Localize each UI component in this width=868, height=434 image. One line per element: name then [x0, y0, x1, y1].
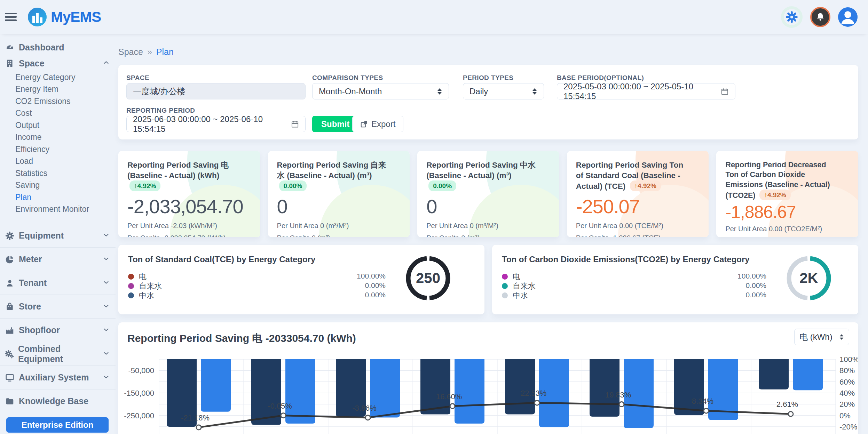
- sidebar-subitem-cost[interactable]: Cost: [15, 107, 116, 120]
- sidebar-item-label: Dashboard: [19, 42, 64, 53]
- user-avatar[interactable]: [838, 7, 858, 27]
- reporting-period-input[interactable]: 2025-06-03 00:00:00 ~ 2025-06-10 15:54:1…: [126, 116, 306, 132]
- svg-text:-150,000: -150,000: [124, 389, 154, 397]
- legend-percent: 0.00%: [344, 281, 386, 290]
- metric-per-unit-area: Per Unit Area -2.03 (kWh/M²): [127, 222, 251, 230]
- sidebar-subitem-energy-category[interactable]: Energy Category: [15, 71, 116, 83]
- space-submenu: Energy Category Energy Item CO2 Emission…: [0, 71, 116, 215]
- top-navbar: MyEMS: [0, 0, 868, 34]
- metric-per-capita: Per Capita -250.07 (TCO2E): [725, 236, 849, 238]
- comparison-types-select[interactable]: Month-On-Month: [312, 83, 449, 99]
- notifications-button[interactable]: [810, 7, 830, 27]
- metric-per-capita: Per Capita -1,886.67 (TCE): [576, 234, 700, 237]
- metric-per-unit-area: Per Unit Area 0 (m³/M²): [426, 222, 550, 230]
- svg-text:16.60%: 16.60%: [436, 392, 462, 401]
- export-button[interactable]: Export: [352, 116, 403, 132]
- metric-card-tap-water: Reporting Period Saving 自来水 (Baseline - …: [268, 151, 410, 237]
- sidebar-item-knowledge-base[interactable]: Knowledge Base: [0, 389, 116, 413]
- sidebar-subitem-income[interactable]: Income: [15, 131, 116, 144]
- sidebar-subitem-co2-emissions[interactable]: CO2 Emissions: [15, 95, 116, 107]
- sidebar-subitem-energy-item[interactable]: Energy Item: [15, 83, 116, 96]
- legend-label: 自来水: [513, 281, 536, 291]
- sidebar-item-combined-equipment[interactable]: Combined Equipment: [0, 342, 116, 365]
- metric-card-reclaimed-water: Reporting Period Saving 中水 (Baseline - A…: [417, 151, 559, 237]
- period-types-select[interactable]: Daily: [463, 83, 544, 99]
- energy-unit-value: 电 (kWh): [799, 331, 833, 343]
- sidebar-subitem-output[interactable]: Output: [15, 119, 116, 131]
- comparison-types-value: Month-On-Month: [319, 87, 382, 96]
- metric-per-unit-area: Per Unit Area 0.00 (TCE/M²): [576, 222, 700, 230]
- sidebar-item-tenant[interactable]: Tenant: [0, 271, 116, 295]
- sidebar-subitem-statistics[interactable]: Statistics: [15, 167, 116, 179]
- metric-per-unit-area: Per Unit Area 0 (m³/M²): [277, 222, 401, 230]
- space-input[interactable]: [126, 83, 306, 99]
- svg-text:8.34%: 8.34%: [692, 397, 713, 405]
- base-period-input[interactable]: 2025-05-03 00:00:00 ~ 2025-05-10 15:54:1…: [557, 83, 735, 99]
- sidebar-item-label: Meter: [19, 254, 42, 264]
- saving-chart-card: Reporting Period Saving 电 -2033054.70 (k…: [118, 322, 858, 434]
- space-input-value[interactable]: [133, 87, 299, 96]
- sidebar-item-label: Combined Equipment: [18, 344, 102, 364]
- sidebar-item-equipment[interactable]: Equipment: [0, 224, 116, 247]
- sidebar-item-label: Knowledge Base: [19, 396, 88, 406]
- double-gear-icon: [4, 349, 15, 359]
- submit-button[interactable]: Submit: [312, 116, 358, 132]
- sidebar-item-space[interactable]: Space: [0, 55, 116, 71]
- metric-per-unit-area: Per Unit Area 0.00 (TCO2E/M²): [725, 225, 849, 233]
- svg-text:-50,000: -50,000: [128, 366, 154, 375]
- base-period-value: 2025-05-03 00:00:00 ~ 2025-05-10 15:54:1…: [563, 82, 721, 101]
- divider: [5, 221, 111, 221]
- sidebar-subitem-plan[interactable]: Plan: [15, 191, 116, 203]
- breadcrumb-plan-link[interactable]: Plan: [156, 47, 174, 57]
- donut-center-value: 250: [403, 253, 453, 303]
- legend-percent: 0.00%: [725, 290, 766, 299]
- myems-logo-icon: [28, 8, 47, 26]
- legend-dot: [128, 283, 134, 289]
- svg-text:60%: 60%: [839, 378, 855, 386]
- chart-title: Reporting Period Saving 电 -2033054.70 (k…: [127, 331, 356, 346]
- svg-text:2.61%: 2.61%: [776, 400, 798, 409]
- svg-text:22.53%: 22.53%: [521, 389, 547, 397]
- sidebar-subitem-saving[interactable]: Saving: [15, 179, 116, 192]
- sidebar-subitem-efficiency[interactable]: Efficiency: [15, 143, 116, 155]
- sidebar-item-dashboard[interactable]: Dashboard: [0, 39, 116, 55]
- sidebar-item-meter[interactable]: Meter: [0, 248, 116, 271]
- breadcrumb-separator: »: [147, 47, 152, 57]
- tce-donut-chart: 250: [403, 253, 453, 303]
- sidebar-item-label: Shopfloor: [19, 325, 60, 335]
- settings-button[interactable]: [781, 6, 803, 28]
- metric-badge: 0.00%: [428, 180, 456, 191]
- legend-percent: 100.00%: [344, 271, 386, 281]
- legend-percent: 0.00%: [725, 281, 766, 290]
- calendar-icon: [721, 87, 729, 96]
- metric-card-co2-emissions: Reporting Period Decreased Ton of Carbon…: [716, 151, 858, 237]
- donut-values: 100.00% 0.00% 0.00%: [344, 271, 386, 299]
- breadcrumb-space-link[interactable]: Space: [118, 47, 143, 57]
- metric-title: Reporting Period Saving 电 (Baseline - Ac…: [127, 161, 229, 180]
- metric-cards-row: Reporting Period Saving 电 (Baseline - Ac…: [118, 151, 858, 237]
- legend-dot: [128, 274, 134, 280]
- export-label: Export: [371, 119, 395, 129]
- hamburger-menu-icon[interactable]: [5, 13, 17, 21]
- legend-dot: [128, 292, 134, 298]
- legend-dot: [502, 274, 508, 280]
- sidebar-subitem-load[interactable]: Load: [15, 155, 116, 168]
- metric-card-standard-coal: Reporting Period Saving Ton of Standard …: [567, 151, 709, 237]
- metric-badge: ↑4.92%: [129, 180, 160, 191]
- enterprise-edition-button[interactable]: Enterprise Edition: [6, 417, 109, 433]
- sidebar-subitem-environment-monitor[interactable]: Environment Monitor: [15, 203, 116, 216]
- metric-badge: ↑4.92%: [630, 180, 661, 191]
- donut-values: 100.00% 0.00% 0.00%: [725, 271, 766, 299]
- base-period-label: BASE PERIOD(OPTIONAL): [557, 74, 644, 82]
- sidebar-item-shopfloor[interactable]: Shopfloor: [0, 319, 116, 342]
- brand-logo[interactable]: MyEMS: [28, 8, 101, 26]
- period-types-value: Daily: [469, 87, 488, 96]
- metric-badge: 0.00%: [279, 180, 307, 191]
- energy-unit-select[interactable]: 电 (kWh): [794, 329, 849, 345]
- metric-title: Reporting Period Saving 中水 (Baseline - A…: [426, 161, 536, 180]
- sidebar-item-auxiliary-system[interactable]: Auxiliary System: [0, 366, 116, 389]
- monitor-icon: [4, 373, 15, 382]
- sidebar-item-store[interactable]: Store: [0, 295, 116, 318]
- brand-name: MyEMS: [51, 9, 101, 25]
- chevron-down-icon: [102, 373, 110, 382]
